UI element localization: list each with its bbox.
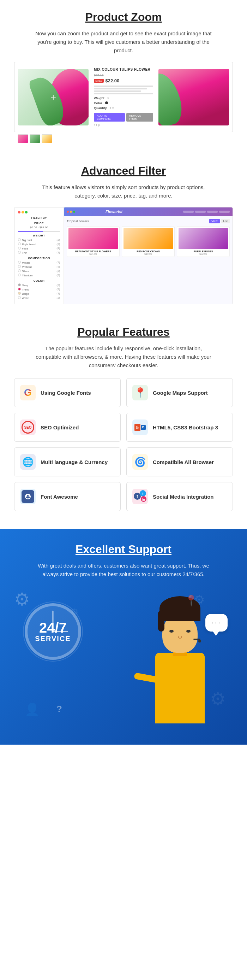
header-dot-green	[73, 211, 75, 213]
color-item-1: Gray (2)	[18, 283, 60, 287]
popular-features-section: Popular Features The popular features in…	[0, 311, 247, 518]
product-zoom-mockup: + MIX COLOUR TULIPS FLOWER $27.12 SALE $…	[14, 62, 233, 132]
weight-item-4: Thin (2)	[18, 251, 60, 255]
left-eye	[169, 630, 174, 633]
html5-icon-wrapper: 5 B	[132, 420, 148, 435]
clock-ticks	[22, 600, 84, 663]
price-filter-label: PRICE	[18, 221, 60, 225]
nav-item-4	[219, 211, 230, 213]
view-button[interactable]: View	[209, 219, 220, 223]
dot-yellow	[22, 211, 24, 213]
fontawesome-icon	[22, 490, 34, 503]
product-detail-panel: MIX COLOUR TULIPS FLOWER $27.12 SALE $22…	[92, 66, 155, 128]
product-weight-row: Weight ▾	[94, 97, 153, 100]
social-icon: f t in	[133, 489, 147, 504]
feature-google-maps: 📍 Google Maps Support	[126, 378, 233, 407]
filter-product-3: PURPLE ROSES $32.00	[177, 226, 230, 257]
checkbox-3[interactable]	[18, 247, 21, 250]
product-zoom-title: Product Zoom	[14, 11, 233, 24]
color-swatch-gray[interactable]	[18, 283, 21, 286]
thumbnail-3[interactable]	[42, 134, 52, 143]
support-title: Excellent Support	[14, 543, 233, 556]
person-silhouette-icon: 👤	[25, 702, 40, 716]
price-slider[interactable]	[18, 231, 60, 232]
feature-language: 🌐 Multi language & Currency	[14, 447, 121, 476]
checkbox-7[interactable]	[18, 269, 21, 272]
filter-products-grid: BEAUMONT STYLE FLOWERS $24.00 RED ROSE C…	[67, 226, 230, 257]
product-zoom-left-panel: +	[18, 69, 89, 126]
header-dot-yellow	[70, 211, 72, 213]
popular-features-desc: The popular features include fully respo…	[35, 344, 212, 370]
feature-google-fonts: G Using Google Fonts	[14, 378, 121, 407]
color-swatch	[105, 102, 108, 104]
weight-items: Big bust (2) Right hand (3) Face (4) Thi…	[18, 238, 60, 255]
fp-price-1: $24.00	[68, 253, 118, 255]
popular-features-title: Popular Features	[14, 326, 233, 339]
wishlist-btn[interactable]: REMOVE FROM	[126, 113, 153, 122]
product-zoom-section: Product Zoom Now you can zoom the produc…	[0, 0, 247, 150]
product-zoom-desc: Now you can zoom the product and get to …	[35, 29, 212, 55]
checkbox-1[interactable]	[18, 238, 21, 241]
right-eye	[186, 630, 190, 633]
showing-label: Tropical flowers	[67, 220, 89, 223]
fp-img-3	[179, 228, 228, 249]
product-new-price: $22.00	[105, 78, 119, 83]
google-maps-label: Google Maps Support	[153, 390, 208, 396]
fp-img-2	[124, 228, 173, 249]
thumbnail-1[interactable]	[17, 134, 28, 143]
speech-bubble: ···	[205, 614, 228, 632]
checkbox-2[interactable]	[18, 242, 21, 245]
fp-price-3: $32.00	[179, 253, 228, 255]
desc-line-2	[94, 88, 147, 89]
svg-text:in: in	[142, 498, 145, 501]
speech-dots: ···	[212, 618, 221, 627]
color-swatch-beige[interactable]	[18, 292, 21, 295]
question-mark-icon: ?	[57, 704, 62, 714]
nav-item-1	[183, 211, 194, 213]
add-to-compare-btn[interactable]: ADD TO COMPARE	[94, 113, 125, 122]
compat-icon-wrapper: 🌀	[132, 454, 148, 470]
html5-label: HTML5, CSS3 Bootstrap 3	[153, 425, 218, 430]
qty-value: 1 ▾	[110, 107, 114, 110]
filter-main-area: Flowerist Tropical flowers View List	[64, 207, 233, 304]
social-share-row: ftp	[94, 123, 153, 127]
comp-item-1: Metals (2)	[18, 261, 60, 264]
color-swatch-trend[interactable]	[18, 288, 21, 291]
fontawesome-label: Font Awesome	[41, 494, 78, 500]
list-button[interactable]: List	[221, 219, 230, 223]
color-item-3: Beige (1)	[18, 292, 60, 296]
social-label: Social Media Integration	[153, 494, 214, 500]
advanced-filter-title: Advanced Filter	[14, 164, 233, 177]
color-swatch-white[interactable]	[18, 296, 21, 299]
fp-title-3: PURPLE ROSES	[179, 250, 228, 253]
seo-icon-wrapper: SEO	[20, 420, 36, 435]
nose	[178, 636, 182, 639]
filter-product-2: RED ROSE CROWN $19.00	[122, 226, 175, 257]
google-fonts-icon-wrapper: G	[20, 385, 36, 401]
store-header: Flowerist	[64, 207, 233, 216]
google-maps-icon-wrapper: 📍	[132, 385, 148, 401]
html5-icon: 5	[135, 424, 141, 431]
qty-label: Quantity	[94, 107, 107, 110]
product-name: MIX COLOUR TULIPS FLOWER	[94, 67, 153, 72]
dot-green	[25, 211, 27, 213]
filter-mockup: FILTER BY PRICE $0.00 - $88.00 WEIGHT Bi…	[14, 207, 233, 304]
product-qty-row: Quantity 1 ▾	[94, 107, 153, 110]
sort-bar: Tropical flowers View List	[67, 219, 230, 223]
product-old-price: $27.12	[94, 73, 104, 77]
checkbox-6[interactable]	[18, 265, 21, 268]
support-desc: With great deals and offers, customers a…	[35, 562, 212, 579]
advanced-filter-desc: This feature allows visitors to simply s…	[35, 183, 212, 200]
color-filter-label: COLOR	[18, 279, 60, 282]
composition-items: Metals (2) Proteins (5) Silver (2) Titan…	[18, 261, 60, 277]
checkbox-4[interactable]	[18, 251, 21, 254]
price-range-value: $0.00 - $88.00	[18, 226, 60, 229]
compat-label: Compatibile All Browser	[153, 459, 214, 465]
product-desc-lines	[94, 86, 153, 94]
checkbox-5[interactable]	[18, 261, 21, 264]
checkbox-8[interactable]	[18, 274, 21, 276]
compat-icon: 🌀	[135, 457, 146, 468]
google-fonts-label: Using Google Fonts	[41, 390, 91, 396]
product-color-row: Color	[94, 102, 153, 105]
thumbnail-2[interactable]	[30, 134, 40, 143]
